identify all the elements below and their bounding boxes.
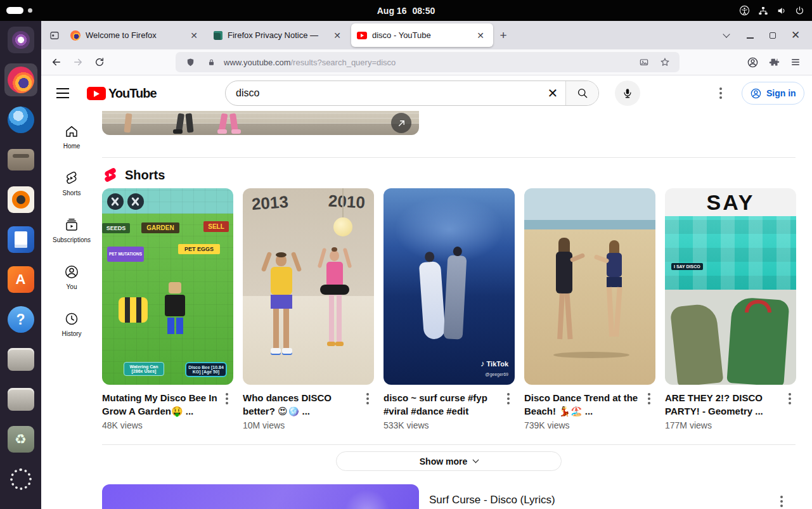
sign-in-button[interactable]: Sign in	[742, 82, 804, 105]
tracking-shield-icon[interactable]	[182, 54, 198, 70]
disco-bee-badge: Disco Bee [10.84 KG] [Age 50]	[185, 362, 227, 377]
dock-item-office-writer[interactable]	[4, 223, 37, 256]
topbar-left-indicator	[6, 0, 32, 21]
video-thumbnail[interactable]	[102, 484, 419, 509]
firefox-view-button[interactable]	[45, 26, 64, 45]
shorts-thumbnail[interactable]: SAY I SAY DISCO	[665, 188, 796, 385]
video-menu-button[interactable]	[502, 391, 515, 430]
dock-item-help[interactable]: ?	[4, 303, 37, 336]
sidebar-label: Shorts	[63, 190, 81, 197]
video-menu-button[interactable]	[361, 391, 374, 430]
dancer-figure	[419, 261, 446, 340]
search-button[interactable]	[565, 81, 598, 106]
video-views: 177M views	[665, 420, 782, 430]
clock-date: Aug 16	[377, 6, 407, 16]
sidebar-item-you[interactable]: You	[49, 264, 94, 311]
lock-icon[interactable]	[203, 54, 219, 70]
show-more-wrap: Show more	[102, 451, 796, 471]
restore-button[interactable]	[765, 28, 780, 43]
video-menu-button[interactable]	[643, 391, 655, 430]
accessibility-icon[interactable]	[739, 5, 750, 16]
power-icon[interactable]	[795, 6, 804, 15]
arrow-up-right-icon	[397, 119, 406, 128]
video-title[interactable]: ARE THEY 2!? DISCO PARTY! - Geometry ...	[665, 391, 782, 418]
dock-item-recycle-bin[interactable]: ♻	[4, 423, 37, 456]
sidebar-item-subscriptions[interactable]: Subscriptions	[49, 217, 94, 264]
shorts-thumbnail[interactable]: ♪TikTok @geeger69	[383, 188, 515, 385]
tab-privacy-notice[interactable]: Firefox Privacy Notice — ✕	[208, 23, 350, 47]
video-menu-button[interactable]	[768, 484, 796, 509]
video-views: 739K views	[524, 420, 641, 430]
you-icon	[64, 264, 79, 280]
new-tab-button[interactable]: +	[494, 26, 513, 45]
url-text[interactable]: www.youtube.com/results?search_query=dis…	[224, 58, 631, 67]
show-more-button[interactable]: Show more	[336, 451, 562, 471]
reload-button[interactable]	[89, 52, 110, 72]
shorts-card: Disco Dance Trend at the Beach! 💃🏖️ ... …	[524, 188, 655, 430]
kebab-icon	[648, 393, 650, 430]
tab-title: Welcome to Firefox	[86, 30, 182, 40]
video-title[interactable]: Disco Dance Trend at the Beach! 💃🏖️ ...	[524, 391, 641, 418]
tab-welcome-to-firefox[interactable]: Welcome to Firefox ✕	[65, 23, 207, 47]
minimize-button[interactable]	[742, 28, 757, 43]
dock-item-show-apps[interactable]	[4, 463, 37, 496]
shorts-thumbnail[interactable]	[524, 188, 655, 385]
video-title[interactable]: Who dances DISCO better? 😍🪩 ...	[243, 391, 360, 418]
sidebar-item-shorts[interactable]: Shorts	[49, 171, 94, 217]
video-menu-button[interactable]	[221, 391, 233, 430]
search-input[interactable]	[226, 81, 540, 105]
sidebar-item-history[interactable]: History	[49, 311, 94, 358]
shorts-thumbnail[interactable]: SEEDS GARDEN SELL PET EGGS PET MUTATIONS…	[102, 188, 233, 385]
extensions-puzzle-icon[interactable]	[764, 52, 784, 72]
video-title[interactable]: disco ~ surf curse #fyp #viral #dance #e…	[383, 391, 501, 418]
app-menu-button[interactable]	[785, 52, 806, 72]
share-arrow-button[interactable]	[391, 113, 411, 133]
youtube-page: YouTube ✕ Sign in	[41, 75, 812, 509]
tab-close-icon[interactable]: ✕	[474, 29, 487, 42]
dock-item-file-archive[interactable]	[4, 143, 37, 176]
bookmark-star-icon[interactable]	[657, 54, 673, 70]
guide-menu-button[interactable]	[56, 87, 69, 100]
youtube-header: YouTube ✕ Sign in	[41, 75, 812, 111]
sell-sign: SELL	[203, 221, 229, 232]
header-kebab-menu[interactable]	[714, 86, 727, 101]
tab-close-icon[interactable]: ✕	[187, 29, 201, 42]
dock-item-tor-browser[interactable]	[4, 23, 37, 56]
watering-can-badge: Watering Can [286x Uses]	[124, 362, 164, 376]
tools-icon	[107, 193, 124, 210]
i-say-disco-text: I SAY DISCO	[671, 263, 703, 270]
video-menu-button[interactable]	[783, 391, 796, 430]
back-button[interactable]	[46, 52, 67, 72]
url-bar[interactable]: www.youtube.com/results?search_query=dis…	[176, 52, 680, 72]
year-left-text: 2013	[251, 192, 289, 214]
clock-time: 08:50	[412, 6, 435, 16]
clear-search-icon[interactable]: ✕	[540, 81, 565, 106]
close-window-button[interactable]: ✕	[788, 28, 803, 43]
history-icon	[64, 311, 79, 326]
volume-icon[interactable]	[777, 6, 787, 16]
dock-item-firefox[interactable]	[4, 63, 37, 96]
dock-item-media-player[interactable]	[4, 183, 37, 216]
dock-item-app-center[interactable]: A	[4, 263, 37, 296]
dock-item-window-b[interactable]	[4, 383, 37, 416]
video-title[interactable]: Mutating My Disco Bee In Grow A Garden🤑 …	[102, 391, 219, 418]
system-clock[interactable]: Aug 16 08:50	[377, 0, 435, 21]
network-icon[interactable]	[758, 6, 768, 16]
tab-close-icon[interactable]: ✕	[330, 29, 344, 42]
video-title[interactable]: Surf Curse - Disco (Lyrics)	[419, 484, 768, 509]
page-translate-icon[interactable]	[636, 54, 652, 70]
youtube-logo[interactable]: YouTube	[87, 86, 157, 101]
home-icon	[64, 124, 79, 139]
account-button[interactable]	[742, 52, 763, 72]
previous-video-thumbnail[interactable]	[102, 111, 419, 135]
forward-button[interactable]	[68, 52, 88, 72]
tab-disco-youtube[interactable]: disco - YouTube ✕	[351, 23, 493, 47]
list-all-tabs-button[interactable]	[717, 26, 736, 45]
search-results: Shorts SEEDS GARDEN SELL	[102, 111, 796, 509]
shorts-thumbnail[interactable]: 2013 2010	[243, 188, 374, 385]
voice-search-button[interactable]	[615, 81, 640, 106]
sidebar-item-home[interactable]: Home	[49, 124, 94, 171]
dock-item-window-a[interactable]	[4, 343, 37, 376]
dock-item-thunderbird[interactable]	[4, 103, 37, 136]
system-status-area[interactable]	[739, 0, 804, 21]
